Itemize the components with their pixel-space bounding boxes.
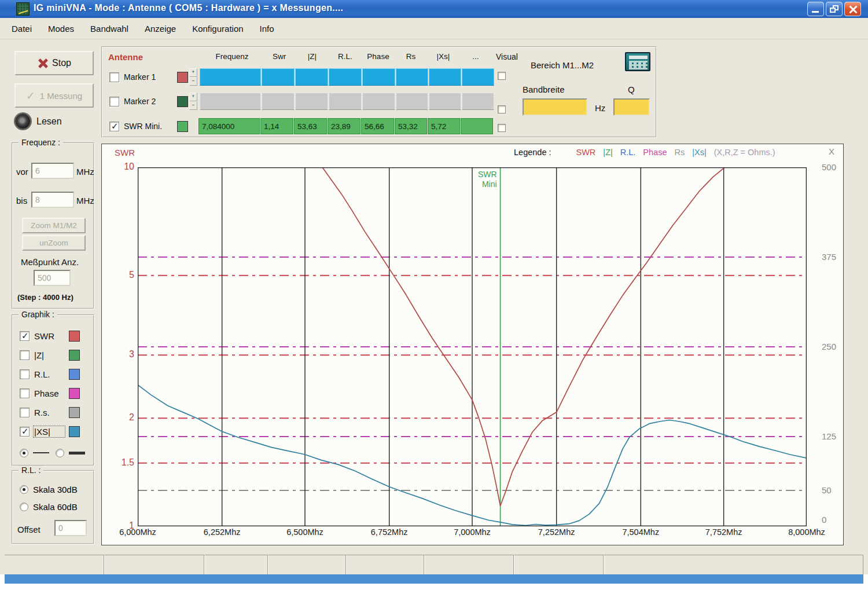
bis-label: bis [16, 196, 27, 206]
bis-input[interactable]: 8 [31, 192, 74, 208]
offset-label: Offset [17, 525, 41, 534]
value-cell [362, 68, 395, 86]
value-cell [429, 93, 461, 110]
value-cell: 1,14 [260, 118, 293, 134]
column-header: |Xs| [427, 52, 459, 61]
line-style-radio[interactable] [20, 449, 28, 457]
line-style-option[interactable] [20, 446, 49, 459]
menu-bandwahl[interactable]: Bandwahl [90, 24, 128, 34]
value-cell [200, 68, 261, 86]
value-cell [200, 93, 261, 110]
graphik-row-rl: R.L. [20, 368, 80, 380]
unzoom-button[interactable]: unZoom [22, 235, 86, 251]
value-cell: 23,89 [328, 118, 361, 134]
graphik-row-z: |Z| [20, 349, 80, 361]
y-right-tick: 500 [822, 162, 836, 172]
graphik-checkbox[interactable] [20, 369, 30, 379]
value-cell [329, 68, 362, 86]
visual-checkbox-2[interactable] [498, 105, 506, 113]
line-style-radio[interactable] [56, 449, 64, 457]
value-cell [462, 68, 494, 86]
restore-button[interactable] [826, 2, 843, 16]
y-left-tick: 10 [103, 162, 134, 172]
rl-option[interactable]: Skala 30dB [20, 483, 78, 496]
legend-entry: R.L. [620, 148, 636, 157]
visual-checkbox-1[interactable] [498, 72, 506, 80]
graphik-checkbox[interactable] [20, 389, 30, 398]
graphik-checkbox[interactable]: ✓ [20, 331, 30, 341]
chart-legend: Legende :SWR|Z|R.L.PhaseRs|Xs|(X,R,Z = O… [514, 148, 775, 157]
y-right-tick: 0 [822, 515, 826, 525]
graphik-group: Graphik : ✓SWR|Z|R.L.PhaseR.s.✓|XS| [12, 314, 94, 466]
lesen-led-icon [15, 113, 31, 129]
column-header: Swr [263, 52, 296, 61]
row-label: Marker 1 [124, 72, 177, 82]
graphik-checkbox[interactable] [20, 350, 30, 360]
status-segment [424, 555, 514, 574]
status-bar [5, 555, 863, 574]
q-field[interactable] [613, 98, 650, 116]
menu-bar: DateiModesBandwahlAnzeigeKonfigurationIn… [0, 18, 868, 39]
close-button[interactable] [844, 2, 861, 16]
lesen-control[interactable]: Lesen [15, 113, 62, 129]
spinner-up[interactable]: + [189, 93, 197, 101]
status-segment [5, 555, 104, 574]
rl-radio[interactable] [20, 485, 28, 494]
marker-spinner[interactable]: +− [189, 68, 197, 86]
minimize-button[interactable] [807, 2, 824, 16]
row-checkbox[interactable] [109, 97, 119, 107]
bottom-blue-strip [5, 574, 863, 584]
spinner-up[interactable]: + [189, 68, 197, 77]
value-cell [396, 68, 428, 86]
swr-mini-marker-label: SWRMini [467, 170, 497, 189]
row-label: Marker 2 [124, 97, 177, 106]
marker-spinner[interactable]: +− [189, 93, 197, 110]
graphik-checkbox[interactable] [20, 408, 30, 417]
menu-anzeige[interactable]: Anzeige [145, 24, 176, 34]
graphik-color-swatch [69, 426, 80, 437]
messpunkt-input[interactable]: 500 [34, 270, 71, 286]
graphik-label: R.L. [34, 369, 64, 379]
vor-input[interactable]: 6 [31, 163, 74, 179]
graphik-color-swatch [69, 350, 80, 361]
column-header: |Z| [296, 52, 329, 61]
rl-radio[interactable] [20, 503, 28, 511]
menu-konfiguration[interactable]: Konfiguration [192, 24, 243, 34]
value-cell [295, 68, 328, 86]
app-icon [16, 2, 30, 16]
frequenz-title: Frequenz : [19, 138, 63, 147]
bandbreite-field[interactable] [523, 98, 587, 116]
graphik-checkbox[interactable]: ✓ [20, 427, 30, 437]
visual-label: Visual [496, 52, 518, 61]
x-tick: 8,000Mhz [778, 527, 836, 537]
stop-button[interactable]: Stop [14, 51, 94, 75]
row-color-swatch [177, 96, 188, 107]
zoom-m1m2-button[interactable]: Zoom M1/M2 [22, 218, 86, 233]
spinner-down[interactable]: − [189, 77, 197, 86]
line-style-option[interactable] [56, 446, 85, 459]
menu-datei[interactable]: Datei [12, 24, 32, 34]
rl-group: R.L. : Skala 30dBSkala 60dB Offset 0 [12, 470, 94, 544]
x-axis-label: X [829, 146, 834, 156]
y-right-tick: 50 [822, 485, 832, 495]
value-cell: 53,32 [395, 118, 427, 134]
row-checkbox[interactable] [109, 72, 119, 82]
menu-info[interactable]: Info [260, 24, 274, 34]
y-left-tick: 1.5 [103, 457, 134, 468]
legend-entry: Rs [674, 148, 685, 157]
rl-option[interactable]: Skala 60dB [20, 500, 78, 513]
messung-label: 1 Messung [40, 91, 82, 101]
menu-modes[interactable]: Modes [48, 24, 74, 34]
rl-option-label: Skala 30dB [33, 485, 78, 494]
x-tick: 6,500Mhz [276, 527, 334, 537]
measure-row: ✓SWR Mini.7,0840001,1453,6323,8956,6653,… [109, 118, 494, 134]
visual-checkbox-3[interactable] [498, 124, 506, 132]
plot-area[interactable] [138, 167, 807, 526]
calculator-icon[interactable] [625, 52, 650, 71]
column-header: Frequenz [201, 52, 263, 61]
row-checkbox[interactable]: ✓ [109, 122, 119, 131]
measure-row: Marker 2+− [109, 93, 495, 110]
messung-button[interactable]: ✓ 1 Messung [14, 83, 94, 108]
offset-input[interactable]: 0 [54, 520, 87, 536]
spinner-down[interactable]: − [189, 101, 197, 110]
